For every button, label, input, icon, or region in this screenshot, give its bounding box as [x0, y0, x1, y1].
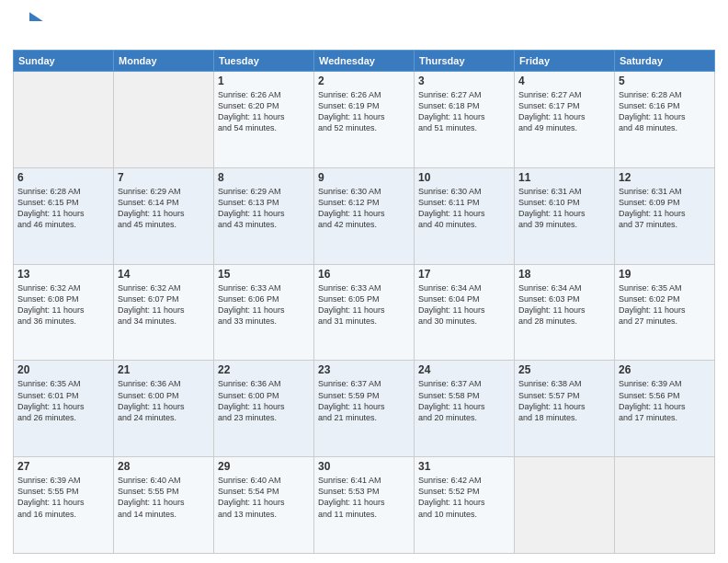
cell-info: Sunrise: 6:39 AM Sunset: 5:56 PM Dayligh… [619, 378, 711, 423]
calendar-cell: 26Sunrise: 6:39 AM Sunset: 5:56 PM Dayli… [615, 361, 715, 457]
calendar-cell: 13Sunrise: 6:32 AM Sunset: 6:08 PM Dayli… [14, 264, 114, 361]
day-number: 21 [118, 363, 210, 376]
cell-info: Sunrise: 6:27 AM Sunset: 6:17 PM Dayligh… [518, 89, 610, 134]
cell-info: Sunrise: 6:29 AM Sunset: 6:14 PM Dayligh… [118, 186, 210, 231]
logo [13, 9, 50, 42]
calendar-cell: 17Sunrise: 6:34 AM Sunset: 6:04 PM Dayli… [415, 264, 515, 361]
day-number: 11 [518, 171, 610, 184]
calendar-cell: 14Sunrise: 6:32 AM Sunset: 6:07 PM Dayli… [114, 264, 214, 361]
day-number: 1 [218, 75, 310, 87]
weekday-header: Thursday [415, 51, 515, 72]
cell-info: Sunrise: 6:32 AM Sunset: 6:08 PM Dayligh… [17, 282, 109, 327]
calendar-cell: 11Sunrise: 6:31 AM Sunset: 6:10 PM Dayli… [515, 167, 615, 264]
day-number: 7 [118, 171, 210, 184]
weekday-header: Friday [515, 51, 615, 72]
day-number: 23 [318, 363, 410, 376]
calendar-cell [515, 457, 615, 554]
calendar-cell: 9Sunrise: 6:30 AM Sunset: 6:12 PM Daylig… [314, 167, 415, 264]
day-number: 25 [518, 363, 610, 376]
day-number: 20 [17, 363, 109, 376]
cell-info: Sunrise: 6:37 AM Sunset: 5:59 PM Dayligh… [318, 378, 410, 423]
cell-info: Sunrise: 6:32 AM Sunset: 6:07 PM Dayligh… [118, 282, 210, 327]
cell-info: Sunrise: 6:28 AM Sunset: 6:16 PM Dayligh… [619, 89, 711, 134]
calendar-cell [14, 72, 114, 168]
logo-icon [13, 9, 46, 42]
cell-info: Sunrise: 6:39 AM Sunset: 5:55 PM Dayligh… [17, 475, 109, 520]
calendar-cell: 8Sunrise: 6:29 AM Sunset: 6:13 PM Daylig… [214, 167, 314, 264]
calendar-cell [114, 72, 214, 168]
calendar-cell: 23Sunrise: 6:37 AM Sunset: 5:59 PM Dayli… [314, 361, 415, 457]
day-number: 30 [318, 460, 410, 473]
day-number: 26 [619, 363, 711, 376]
day-number: 3 [418, 75, 510, 87]
cell-info: Sunrise: 6:34 AM Sunset: 6:04 PM Dayligh… [418, 282, 510, 327]
calendar-cell: 21Sunrise: 6:36 AM Sunset: 6:00 PM Dayli… [114, 361, 214, 457]
cell-info: Sunrise: 6:27 AM Sunset: 6:18 PM Dayligh… [418, 89, 510, 134]
calendar-cell: 25Sunrise: 6:38 AM Sunset: 5:57 PM Dayli… [515, 361, 615, 457]
calendar-cell [615, 457, 715, 554]
cell-info: Sunrise: 6:42 AM Sunset: 5:52 PM Dayligh… [418, 475, 510, 520]
cell-info: Sunrise: 6:35 AM Sunset: 6:02 PM Dayligh… [619, 282, 711, 327]
calendar-week-row: 27Sunrise: 6:39 AM Sunset: 5:55 PM Dayli… [14, 457, 715, 554]
cell-info: Sunrise: 6:38 AM Sunset: 5:57 PM Dayligh… [518, 378, 610, 423]
day-number: 22 [218, 363, 310, 376]
svg-marker-0 [29, 12, 43, 21]
cell-info: Sunrise: 6:34 AM Sunset: 6:03 PM Dayligh… [518, 282, 610, 327]
day-number: 16 [318, 268, 410, 281]
calendar-cell: 29Sunrise: 6:40 AM Sunset: 5:54 PM Dayli… [214, 457, 314, 554]
cell-info: Sunrise: 6:30 AM Sunset: 6:12 PM Dayligh… [318, 186, 410, 231]
day-number: 10 [418, 171, 510, 184]
day-number: 27 [17, 460, 109, 473]
calendar-cell: 6Sunrise: 6:28 AM Sunset: 6:15 PM Daylig… [14, 167, 114, 264]
day-number: 9 [318, 171, 410, 184]
calendar-cell: 20Sunrise: 6:35 AM Sunset: 6:01 PM Dayli… [14, 361, 114, 457]
calendar-week-row: 1Sunrise: 6:26 AM Sunset: 6:20 PM Daylig… [14, 72, 715, 168]
calendar-cell: 10Sunrise: 6:30 AM Sunset: 6:11 PM Dayli… [415, 167, 515, 264]
calendar-cell: 2Sunrise: 6:26 AM Sunset: 6:19 PM Daylig… [314, 72, 415, 168]
cell-info: Sunrise: 6:26 AM Sunset: 6:19 PM Dayligh… [318, 89, 410, 134]
day-number: 4 [518, 75, 610, 87]
cell-info: Sunrise: 6:36 AM Sunset: 6:00 PM Dayligh… [118, 378, 210, 423]
day-number: 15 [218, 268, 310, 281]
calendar-cell: 31Sunrise: 6:42 AM Sunset: 5:52 PM Dayli… [415, 457, 515, 554]
day-number: 29 [218, 460, 310, 473]
calendar-cell: 12Sunrise: 6:31 AM Sunset: 6:09 PM Dayli… [615, 167, 715, 264]
day-number: 8 [218, 171, 310, 184]
weekday-header: Sunday [14, 51, 114, 72]
day-number: 5 [619, 75, 711, 87]
cell-info: Sunrise: 6:40 AM Sunset: 5:55 PM Dayligh… [118, 475, 210, 520]
weekday-header: Wednesday [314, 51, 415, 72]
day-number: 2 [318, 75, 410, 87]
cell-info: Sunrise: 6:31 AM Sunset: 6:09 PM Dayligh… [619, 186, 711, 231]
calendar-cell: 3Sunrise: 6:27 AM Sunset: 6:18 PM Daylig… [415, 72, 515, 168]
cell-info: Sunrise: 6:33 AM Sunset: 6:05 PM Dayligh… [318, 282, 410, 327]
calendar-cell: 27Sunrise: 6:39 AM Sunset: 5:55 PM Dayli… [14, 457, 114, 554]
calendar-cell: 1Sunrise: 6:26 AM Sunset: 6:20 PM Daylig… [214, 72, 314, 168]
cell-info: Sunrise: 6:31 AM Sunset: 6:10 PM Dayligh… [518, 186, 610, 231]
day-number: 17 [418, 268, 510, 281]
calendar-week-row: 13Sunrise: 6:32 AM Sunset: 6:08 PM Dayli… [14, 264, 715, 361]
day-number: 24 [418, 363, 510, 376]
day-number: 14 [118, 268, 210, 281]
calendar-cell: 16Sunrise: 6:33 AM Sunset: 6:05 PM Dayli… [314, 264, 415, 361]
calendar-week-row: 20Sunrise: 6:35 AM Sunset: 6:01 PM Dayli… [14, 361, 715, 457]
day-number: 28 [118, 460, 210, 473]
calendar-cell: 4Sunrise: 6:27 AM Sunset: 6:17 PM Daylig… [515, 72, 615, 168]
cell-info: Sunrise: 6:33 AM Sunset: 6:06 PM Dayligh… [218, 282, 310, 327]
day-number: 18 [518, 268, 610, 281]
calendar-cell: 5Sunrise: 6:28 AM Sunset: 6:16 PM Daylig… [615, 72, 715, 168]
calendar-week-row: 6Sunrise: 6:28 AM Sunset: 6:15 PM Daylig… [14, 167, 715, 264]
day-number: 12 [619, 171, 711, 184]
cell-info: Sunrise: 6:29 AM Sunset: 6:13 PM Dayligh… [218, 186, 310, 231]
cell-info: Sunrise: 6:26 AM Sunset: 6:20 PM Dayligh… [218, 89, 310, 134]
cell-info: Sunrise: 6:40 AM Sunset: 5:54 PM Dayligh… [218, 475, 310, 520]
day-number: 13 [17, 268, 109, 281]
weekday-header: Monday [114, 51, 214, 72]
calendar-cell: 24Sunrise: 6:37 AM Sunset: 5:58 PM Dayli… [415, 361, 515, 457]
day-number: 19 [619, 268, 711, 281]
calendar-header-row: SundayMondayTuesdayWednesdayThursdayFrid… [14, 51, 715, 72]
calendar-cell: 18Sunrise: 6:34 AM Sunset: 6:03 PM Dayli… [515, 264, 615, 361]
day-number: 6 [17, 171, 109, 184]
cell-info: Sunrise: 6:41 AM Sunset: 5:53 PM Dayligh… [318, 475, 410, 520]
cell-info: Sunrise: 6:30 AM Sunset: 6:11 PM Dayligh… [418, 186, 510, 231]
